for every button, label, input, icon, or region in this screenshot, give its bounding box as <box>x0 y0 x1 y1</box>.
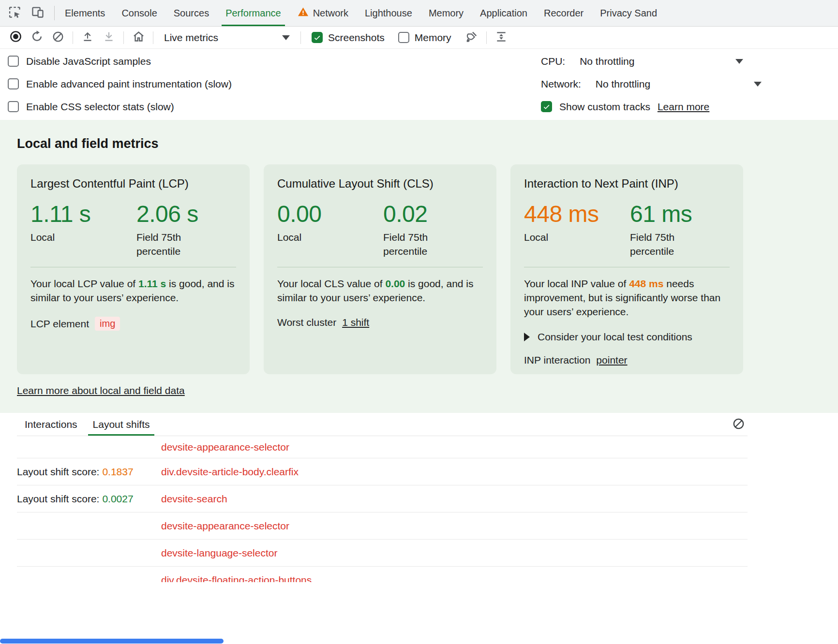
checkbox-unchecked-icon <box>8 101 19 112</box>
divider <box>277 267 483 267</box>
device-toolbar-icon <box>31 5 45 21</box>
divider <box>524 267 730 267</box>
tab-interactions[interactable]: Interactions <box>17 413 85 436</box>
inspect-icon <box>8 5 21 21</box>
tab-sources[interactable]: Sources <box>165 0 217 26</box>
element-link[interactable]: devsite-appearance-selector <box>161 441 289 453</box>
tab-layout-shifts[interactable]: Layout shifts <box>85 413 158 436</box>
layout-shift-score: Layout shift score:0.1837 <box>17 466 161 478</box>
save-profile-button[interactable] <box>98 29 120 47</box>
live-metrics-view: Local and field metrics Largest Contentf… <box>0 120 838 413</box>
layout-shift-score: Layout shift score:0.0027 <box>17 493 161 505</box>
inp-title: Interaction to Next Paint (INP) <box>524 177 730 190</box>
tab-recorder[interactable]: Recorder <box>536 0 592 26</box>
tab-performance[interactable]: Performance <box>217 0 289 26</box>
throttling-settings: CPU: No throttling Network: No throttlin… <box>541 50 838 118</box>
cls-card: Cumulative Layout Shift (CLS) 0.00 Local… <box>264 164 496 374</box>
memory-checkbox[interactable]: Memory <box>398 32 451 44</box>
local-test-conditions-expander[interactable]: Consider your local test conditions <box>524 331 730 343</box>
checkbox-checked-icon[interactable] <box>541 101 552 112</box>
separator <box>153 31 153 44</box>
warning-icon <box>298 6 309 20</box>
metric-cards: Largest Contentful Paint (LCP) 1.11 s Lo… <box>17 164 838 374</box>
home-button[interactable] <box>128 29 149 47</box>
inp-interaction-link[interactable]: pointer <box>596 354 627 366</box>
lcp-card: Largest Contentful Paint (LCP) 1.11 s Lo… <box>17 164 250 374</box>
network-value: No throttling <box>596 78 650 90</box>
toggle-device-toolbar-button[interactable] <box>26 3 49 23</box>
cls-description: Your local CLS value of 0.00 is good, an… <box>277 277 483 305</box>
clear-button[interactable] <box>47 29 69 47</box>
cpu-throttling-select[interactable]: CPU: No throttling <box>541 50 838 73</box>
cpu-value: No throttling <box>580 56 634 67</box>
lcp-local-value: 1.11 s <box>30 202 136 226</box>
network-throttling-select[interactable]: Network: No throttling <box>541 73 838 95</box>
element-link[interactable]: devsite-search <box>161 493 227 504</box>
tab-console[interactable]: Console <box>113 0 165 26</box>
load-profile-button[interactable] <box>77 29 98 47</box>
element-link[interactable]: div.devsite-article-body.clearfix <box>161 466 299 477</box>
cls-title: Cumulative Layout Shift (CLS) <box>277 177 483 190</box>
inp-local-value: 448 ms <box>524 202 630 226</box>
screenshots-checkbox[interactable]: Screenshots <box>312 32 385 44</box>
layout-shift-row[interactable]: Layout shift score:0.0027 devsite-search <box>17 485 748 512</box>
chevron-down-icon <box>282 35 290 40</box>
disable-js-samples-label: Disable JavaScript samples <box>26 56 151 67</box>
collect-garbage-button[interactable] <box>461 29 482 47</box>
advanced-paint-label: Enable advanced paint instrumentation (s… <box>26 78 232 90</box>
cls-field-value: 0.02 <box>383 202 463 226</box>
layout-shift-row[interactable]: Layout shift score:0.1837 div.devsite-ar… <box>17 458 748 485</box>
tab-application[interactable]: Application <box>472 0 536 26</box>
lcp-field-value: 2.06 s <box>136 202 216 226</box>
horizontal-scrollbar-thumb[interactable] <box>0 639 224 644</box>
separator <box>300 31 301 44</box>
local-label: Local <box>277 231 357 244</box>
inspect-element-button[interactable] <box>3 3 26 23</box>
worst-cluster-link[interactable]: 1 shift <box>342 317 369 328</box>
record-button[interactable] <box>5 29 26 47</box>
live-metrics-select[interactable]: Live metrics <box>157 32 297 44</box>
inp-card: Interaction to Next Paint (INP) 448 ms L… <box>510 164 743 374</box>
learn-more-local-field-link[interactable]: Learn more about local and field data <box>17 385 185 396</box>
tab-lighthouse[interactable]: Lighthouse <box>357 0 420 26</box>
devtools-tabbar: Elements Console Sources Performance Net… <box>0 0 838 27</box>
checkbox-unchecked-icon <box>398 32 409 43</box>
tab-network[interactable]: Network <box>289 0 357 26</box>
element-link[interactable]: devsite-language-selector <box>161 547 277 558</box>
layout-shift-row[interactable]: div.devsite-floating-action-buttons <box>17 567 748 582</box>
learn-more-link[interactable]: Learn more <box>658 101 709 113</box>
lcp-element-link[interactable]: img <box>95 317 120 331</box>
checkbox-unchecked-icon <box>8 78 19 89</box>
separator <box>486 31 487 44</box>
inp-field-value: 61 ms <box>630 202 710 226</box>
chevron-down-icon <box>754 82 762 87</box>
lcp-description: Your local LCP value of 1.11 s is good, … <box>30 277 236 305</box>
layout-shift-row[interactable]: devsite-appearance-selector <box>17 436 748 458</box>
capture-settings-pane: Disable JavaScript samples Enable advanc… <box>0 49 838 120</box>
record-icon <box>9 30 22 45</box>
css-selector-stats-label: Enable CSS selector stats (slow) <box>26 101 174 113</box>
reload-and-record-button[interactable] <box>26 29 47 47</box>
checkbox-unchecked-icon <box>8 56 19 67</box>
layout-shift-row[interactable]: devsite-appearance-selector <box>17 512 748 540</box>
chevron-down-icon <box>735 59 743 64</box>
layout-shift-row[interactable]: devsite-language-selector <box>17 540 748 567</box>
tab-elements[interactable]: Elements <box>57 0 113 26</box>
tab-privacy-sandbox[interactable]: Privacy Sand <box>592 0 665 26</box>
cls-local-value: 0.00 <box>277 202 383 226</box>
clear-log-button[interactable] <box>729 415 748 434</box>
home-icon <box>132 30 145 45</box>
expand-collapse-icon <box>495 30 508 45</box>
field-label: Field 75th percentile <box>383 231 463 258</box>
checkbox-checked-icon <box>312 32 323 43</box>
separator <box>54 6 55 20</box>
performance-toolbar: Live metrics Screenshots Memory <box>0 27 838 49</box>
element-link[interactable]: div.devsite-floating-action-buttons <box>161 574 312 583</box>
lcp-element-label: LCP element <box>30 318 89 330</box>
expand-collapse-button[interactable] <box>491 29 512 47</box>
cpu-label: CPU: <box>541 56 565 67</box>
live-metrics-log: Interactions Layout shifts devsite-appea… <box>0 413 838 582</box>
field-label: Field 75th percentile <box>136 231 216 258</box>
element-link[interactable]: devsite-appearance-selector <box>161 520 289 531</box>
tab-memory[interactable]: Memory <box>420 0 472 26</box>
